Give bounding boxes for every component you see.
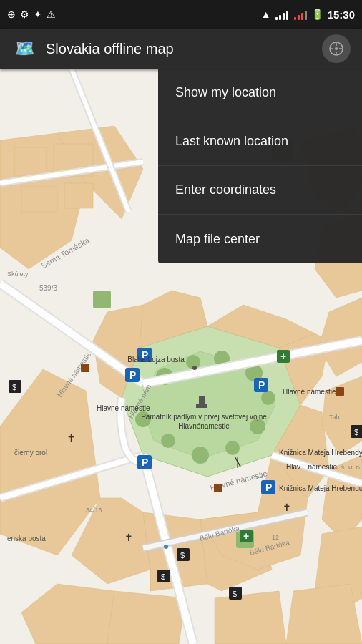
svg-text:enska posta: enska posta: [7, 535, 46, 542]
svg-text:12: 12: [256, 472, 263, 479]
icon-location: ✦: [34, 9, 42, 20]
svg-text:Hlavne námestie: Hlavne námestie: [97, 404, 150, 412]
signal-bar-2: [279, 15, 281, 20]
svg-rect-27: [196, 404, 207, 408]
svg-text:$: $: [161, 572, 165, 581]
svg-point-120: [164, 545, 168, 549]
svg-rect-101: [81, 364, 89, 372]
svg-text:Hlavné námestie: Hlavné námestie: [283, 388, 336, 396]
svg-text:✝: ✝: [124, 532, 133, 543]
svg-text:$: $: [12, 383, 16, 391]
svg-text:P: P: [258, 379, 265, 391]
svg-point-21: [250, 419, 265, 434]
svg-text:34/16: 34/16: [86, 507, 102, 514]
icon-warning: ⚠: [47, 9, 56, 20]
signal-bar2-1: [294, 17, 296, 20]
svg-point-24: [161, 434, 175, 448]
icon-android: ⊕: [7, 9, 16, 20]
status-left-icons: ⊕ ⚙ ✦ ⚠: [7, 9, 56, 20]
svg-point-119: [192, 366, 197, 370]
svg-text:$: $: [354, 428, 358, 436]
svg-marker-46: [286, 584, 362, 644]
signal-bar-3: [283, 13, 285, 20]
svg-marker-45: [215, 591, 286, 644]
svg-text:P: P: [142, 457, 148, 468]
signal-bar2-4: [305, 11, 307, 20]
svg-rect-48: [93, 291, 111, 308]
signal-bar-4: [286, 11, 288, 20]
map-container[interactable]: Sema Tomáška Hlavné námestie Hlavné nám …: [0, 69, 362, 644]
svg-text:čierny orol: čierny orol: [14, 449, 47, 457]
svg-text:Knižnica Mateja Hrebendu: Knižnica Mateja Hrebendu: [279, 484, 362, 492]
svg-text:12: 12: [272, 534, 279, 541]
svg-text:P: P: [265, 482, 272, 493]
svg-text:✝: ✝: [283, 502, 291, 513]
svg-rect-102: [336, 387, 344, 396]
svg-rect-103: [214, 484, 222, 492]
svg-text:+: +: [243, 530, 249, 542]
menu-item-enter-coordinates[interactable]: Enter coordinates: [158, 166, 362, 215]
svg-point-22: [225, 441, 240, 455]
svg-text:539/3: 539/3: [39, 284, 57, 292]
wifi-icon: ▲: [261, 9, 271, 20]
dropdown-menu: Show my location Last known location Ent…: [158, 69, 362, 263]
status-bar: ⊕ ⚙ ✦ ⚠ ▲ 🔋 15:30: [0, 0, 362, 29]
svg-text:Knižnica Mateja Hrebendy: Knižnica Mateja Hrebendy: [279, 449, 362, 457]
signal-bar2-2: [298, 15, 300, 20]
time-display: 15:30: [328, 9, 355, 21]
svg-marker-44: [107, 591, 186, 644]
svg-text:Blaha Lujza busta: Blaha Lujza busta: [127, 356, 185, 364]
app-title: Slovakia offline map: [46, 41, 322, 57]
icon-usb: ⚙: [20, 9, 29, 20]
svg-point-20: [261, 391, 275, 405]
signal-bars-2: [294, 9, 307, 20]
logo-emoji: 🗺️: [15, 39, 34, 58]
svg-text:Hlav... námestie: Hlav... námestie: [286, 463, 337, 471]
signal-bar2-3: [301, 13, 303, 20]
compass-icon: [328, 41, 344, 57]
svg-rect-13: [64, 183, 93, 208]
svg-point-1: [335, 47, 338, 50]
menu-item-show-location[interactable]: Show my location: [158, 69, 362, 117]
svg-rect-12: [21, 187, 57, 212]
svg-point-23: [192, 447, 209, 464]
svg-text:+: +: [280, 351, 286, 362]
status-right-icons: ▲ 🔋 15:30: [261, 9, 355, 21]
svg-text:$: $: [180, 551, 185, 560]
menu-item-map-file-center[interactable]: Map file center: [158, 215, 362, 263]
svg-text:Hlavnénamestie: Hlavnénamestie: [178, 422, 230, 430]
compass-button[interactable]: [322, 34, 351, 63]
svg-text:Pamätník padlým v prvej svetov: Pamätník padlým v prvej svetovej vojne: [141, 413, 267, 421]
app-bar: 🗺️ Slovakia offline map: [0, 29, 362, 69]
app-logo: 🗺️: [11, 36, 37, 62]
svg-text:Skúlety: Skúlety: [7, 270, 29, 278]
svg-text:✝: ✝: [67, 432, 76, 444]
signal-bars: [275, 9, 288, 20]
menu-item-last-known[interactable]: Last known location: [158, 117, 362, 166]
svg-text:P: P: [129, 369, 136, 381]
signal-bar-1: [275, 17, 278, 20]
battery-icon: 🔋: [311, 9, 323, 20]
svg-rect-10: [14, 147, 47, 176]
svg-text:$: $: [233, 590, 237, 598]
svg-text:Tab...: Tab...: [329, 414, 345, 421]
